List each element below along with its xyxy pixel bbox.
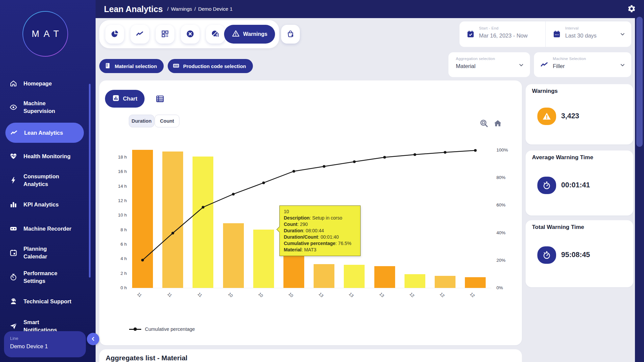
qr-grid-icon (161, 34, 169, 39)
tab-table-view[interactable] (155, 94, 165, 104)
sidebar-scrollbar[interactable] (89, 84, 91, 278)
eye-icon (9, 103, 17, 111)
breadcrumb-separator: / (195, 6, 196, 12)
breadcrumb-separator: / (167, 6, 169, 12)
breadcrumb: Lean Analytics /Warnings/Demo Device 1 (104, 4, 232, 14)
reset-zoom-home-button[interactable] (493, 119, 502, 128)
breadcrumb-item-warnings[interactable]: Warnings (171, 6, 192, 12)
tab-warnings[interactable]: Warnings (224, 25, 275, 44)
kpi-column: Warnings3,423Average Warning Time00:01:4… (526, 0, 633, 362)
sidebar-item-label: Planning Calendar (23, 245, 64, 260)
sidebar-item-health-monitoring[interactable]: Health Monitoring (9, 152, 80, 160)
y-left-tick: 12 h (101, 198, 127, 203)
sidebar-item-label: Homepage (23, 80, 80, 87)
sidebar-item-label: KPI Analytics (23, 201, 80, 208)
tooltip-row-duration-count: Duration/Count: 00:01:40 (284, 234, 356, 240)
device-panel-label: Line (10, 336, 86, 341)
y-left-tick: 14 h (101, 184, 127, 189)
aggregation-value: Material (456, 63, 476, 69)
aggregates-title: Aggregates list - Material (106, 354, 187, 362)
legend-label: Cumulative percentage (145, 326, 195, 332)
barcode-icon (172, 62, 180, 70)
stopwatch-icon (537, 246, 556, 264)
y-right-tick: 100% (496, 147, 508, 153)
y-right-tick: 0% (496, 285, 503, 290)
start-end-label: Start - End (479, 26, 498, 30)
tooltip-row-cumulative-percentage: Cumulative percentage: 76.5% (284, 240, 356, 247)
aggregation-selection-dropdown[interactable]: Aggregation selection Material (448, 52, 530, 77)
tooltip-row-description: Description: Setup in corso (284, 215, 356, 221)
sidebar-collapse-button[interactable] (87, 333, 99, 345)
chevron-down-icon (518, 62, 525, 68)
chart-slash-button[interactable] (206, 25, 225, 44)
sidebar-item-technical-support[interactable]: Technical Support (9, 297, 80, 305)
sidebar-item-lean-analytics[interactable]: Lean Analytics (5, 123, 84, 143)
page-scrollbar-track (635, 0, 644, 362)
device-panel[interactable]: Line Demo Device 1 (4, 331, 86, 357)
app-root: Lean Analytics /Warnings/Demo Device 1 W… (0, 0, 644, 362)
bolt-icon (9, 176, 17, 184)
y-left-tick: 4 h (101, 256, 127, 261)
start-end-value: Mar 16, 2023 - Now (479, 33, 528, 39)
bar-chart-icon (9, 200, 17, 208)
qr-grid-button[interactable] (156, 25, 174, 44)
page-scrollbar-thumb[interactable] (636, 17, 643, 147)
top-header: Lean Analytics /Warnings/Demo Device 1 (96, 0, 644, 18)
recorder-icon (9, 225, 17, 233)
zoom-select-icon (479, 124, 489, 129)
sidebar-item-performance-settings[interactable]: Performance Settings (9, 269, 64, 285)
bag-x-icon (286, 34, 295, 39)
sidebar: MAT HomepageMachine SupervisionLean Anal… (0, 0, 96, 362)
material-icon (104, 62, 111, 70)
x-circle-icon (186, 34, 195, 39)
breadcrumb-item-demo-device-1[interactable]: Demo Device 1 (198, 6, 233, 12)
sidebar-item-label: Technical Support (23, 298, 80, 305)
pie-chart-icon (110, 34, 119, 39)
tooltip-row-count: Count: 290 (284, 221, 356, 228)
tooltip-row-duration: Duration: 08:00:44 (284, 228, 356, 234)
warning-solid-icon (537, 108, 556, 125)
y-left-tick: 6 h (101, 242, 127, 247)
kpi-card-total-warning-time: Total Warning Time95:08:45 (526, 220, 633, 287)
sidebar-item-machine-recorder[interactable]: Machine Recorder (9, 225, 80, 233)
y-right-tick: 20% (496, 258, 505, 263)
y-right-tick: 60% (496, 202, 505, 207)
logo-text: MAT (32, 29, 63, 39)
production-code-selection-button[interactable]: Production code selection (168, 59, 253, 73)
kpi-value: 3,423 (561, 112, 579, 120)
kpi-title: Warnings (532, 88, 558, 95)
app-logo: MAT (22, 11, 68, 57)
chart-legend[interactable]: Cumulative percentage (129, 326, 195, 333)
y-axis-right: 0%20%40%60%80%100% (496, 147, 517, 288)
zoom-select-button[interactable] (479, 119, 489, 128)
kpi-title: Total Warning Time (532, 224, 584, 231)
tab-count[interactable]: Count (155, 115, 179, 127)
y-left-tick: 8 h (101, 227, 127, 232)
material-selection-button[interactable]: Material selection (99, 59, 164, 73)
sidebar-item-planning-calendar[interactable]: Planning Calendar (9, 245, 64, 260)
kpi-value: 95:08:45 (561, 251, 590, 259)
tooltip-row-material: Material: MAT3 (284, 247, 356, 253)
x-circle-button[interactable] (181, 25, 200, 44)
sidebar-item-homepage[interactable]: Homepage (9, 79, 80, 87)
sidebar-item-kpi-analytics[interactable]: KPI Analytics (9, 200, 80, 208)
trend-button[interactable] (130, 25, 149, 44)
trend-icon (10, 129, 18, 137)
bag-x-button[interactable] (281, 25, 300, 44)
sidebar-item-consumption-analytics[interactable]: Consumption Analytics (9, 173, 64, 188)
legend-line-marker (129, 329, 141, 330)
sidebar-item-label: Performance Settings (23, 269, 64, 285)
tab-chart[interactable]: Chart (105, 90, 145, 108)
chevron-left-icon (90, 338, 97, 343)
tooltip-title: 10 (284, 208, 356, 215)
y-left-tick: 18 h (101, 155, 127, 160)
tab-duration[interactable]: Duration (129, 115, 154, 127)
pie-chart-button[interactable] (105, 25, 124, 44)
breadcrumb-items: /Warnings/Demo Device 1 (165, 6, 233, 12)
sidebar-item-machine-supervision[interactable]: Machine Supervision (9, 100, 64, 115)
calendar-check-icon (466, 30, 475, 39)
kpi-card-average-warning-time: Average Warning Time00:01:41 (526, 150, 633, 216)
page-title: Lean Analytics (104, 4, 163, 14)
heart-pulse-icon (9, 152, 17, 160)
sidebar-item-label: Health Monitoring (23, 153, 80, 160)
